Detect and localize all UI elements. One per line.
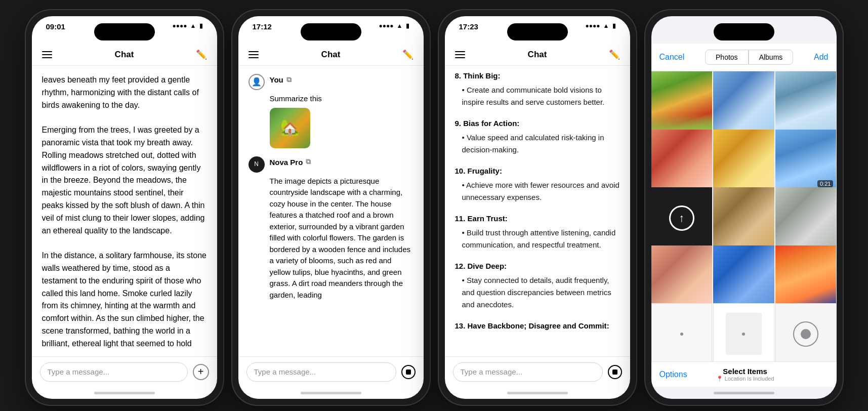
photo-cell-12[interactable] (775, 245, 837, 307)
user-image-attachment[interactable]: 🏡 (270, 108, 310, 148)
photo-cell-10[interactable] (651, 245, 713, 307)
select-items-info: Select Items 📍 Location Is Included (716, 367, 774, 382)
input-field-3[interactable]: Type a message... (453, 362, 603, 382)
photo-grid[interactable]: 0:21 ↑ (651, 71, 837, 361)
doc-item-11: 11. Earn Trust: • Build trust through at… (455, 213, 620, 251)
tab-photos[interactable]: Photos (705, 50, 749, 65)
menu-icon-3[interactable] (455, 51, 465, 58)
stop-icon-3 (612, 369, 617, 375)
dynamic-island-3 (507, 23, 568, 40)
phone-2: 17:12 ●●●● ▲ ▮ Chat ✏️ 👤 (232, 10, 430, 405)
house-emoji: 🏡 (280, 116, 299, 140)
battery-icon: ▮ (199, 22, 203, 29)
nav-title-2: Chat (321, 50, 341, 60)
scroll-content-2[interactable]: 👤 You ⧉ Summarize this 🏡 (249, 74, 414, 348)
home-indicator-4 (651, 387, 837, 399)
doc-item-bullet-9: • Value speed and calculated risk-taking… (455, 132, 620, 156)
status-icons-1: ●●●● ▲ ▮ (173, 22, 203, 29)
menu-icon-2[interactable] (249, 51, 259, 58)
user-message-text: Summarize this (270, 93, 414, 105)
doc-item-8: 8. Think Big: • Create and communicate b… (455, 70, 620, 108)
status-time-2: 17:12 (253, 22, 272, 31)
dynamic-island-1 (94, 23, 155, 40)
add-button-1[interactable]: + (193, 364, 209, 380)
wifi-icon-2: ▲ (397, 22, 403, 29)
copy-icon-ai[interactable]: ⧉ (306, 156, 311, 168)
doc-item-13: 13. Have Backbone; Disagree and Commit: (455, 320, 620, 332)
video-duration-badge: 0:21 (817, 180, 833, 187)
photo-cell-9[interactable] (775, 187, 837, 249)
home-indicator-3 (445, 387, 630, 399)
doc-item-bullet-8: • Create and communicate bold visions to… (455, 84, 620, 108)
photo-cell-11[interactable] (713, 245, 774, 307)
doc-item-bullet-12: • Stay connected to details, audit frequ… (455, 274, 620, 311)
nova-icon: N (254, 159, 259, 169)
doc-item-header-13: 13. Have Backbone; Disagree and Commit: (455, 320, 620, 332)
select-items-title: Select Items (716, 367, 774, 376)
nav-header-1: Chat ✏️ (32, 44, 217, 66)
doc-item-header-11: 11. Earn Trust: (455, 213, 620, 225)
add-button[interactable]: Add (814, 53, 828, 62)
photo-tabs: Photos Albums (705, 50, 793, 65)
edit-icon-2[interactable]: ✏️ (402, 49, 414, 60)
photo-cell-14[interactable] (713, 303, 774, 361)
content-area-2: 👤 You ⧉ Summarize this 🏡 (238, 66, 424, 356)
photo-cell-2[interactable] (713, 71, 774, 133)
input-bar-2: Type a message... (238, 356, 424, 387)
photo-cell-15[interactable] (775, 303, 837, 361)
signal-icon: ●●●● (173, 22, 187, 29)
photo-cell-4[interactable] (651, 130, 713, 191)
signal-icon-2: ●●●● (379, 22, 394, 29)
doc-item-9: 9. Bias for Action: • Value speed and ca… (455, 117, 620, 156)
doc-item-12: 12. Dive Deep: • Stay connected to detai… (455, 260, 620, 311)
photo-cell-13[interactable] (651, 303, 713, 361)
photo-cell-1[interactable] (651, 71, 713, 133)
photo-picker-footer: Options Select Items 📍 Location Is Inclu… (651, 361, 837, 387)
upload-icon: ↑ (669, 206, 694, 231)
stop-button-3[interactable] (608, 365, 622, 379)
menu-icon-1[interactable] (42, 51, 52, 58)
status-time-1: 09:01 (46, 22, 65, 31)
options-button[interactable]: Options (659, 370, 687, 379)
dynamic-island-4 (714, 23, 774, 40)
stop-icon-2 (406, 369, 411, 375)
signal-icon-3: ●●●● (586, 22, 600, 29)
scroll-content-3[interactable]: 8. Think Big: • Create and communicate b… (455, 70, 620, 348)
nova-avatar: N (249, 156, 265, 173)
battery-icon-2: ▮ (406, 22, 409, 29)
input-placeholder-2: Type a message... (254, 367, 316, 376)
edit-icon-1[interactable]: ✏️ (196, 49, 207, 60)
stop-button-2[interactable] (401, 365, 416, 379)
status-icons-2: ●●●● ▲ ▮ (379, 22, 409, 29)
doc-item-header-12: 12. Dive Deep: (455, 260, 620, 272)
copy-icon-user[interactable]: ⧉ (286, 74, 292, 86)
photo-cell-5[interactable] (713, 130, 774, 191)
doc-item-10: 10. Frugality: • Achieve more with fewer… (455, 165, 620, 203)
doc-item-header-9: 9. Bias for Action: (455, 117, 620, 130)
ai-message-text: The image depicts a picturesque countrys… (270, 176, 414, 301)
user-avatar-icon: 👤 (252, 76, 262, 89)
nav-header-3: Chat ✏️ (445, 44, 630, 66)
input-bar-1: Type a message... + (32, 356, 217, 387)
status-time-3: 17:23 (459, 22, 478, 31)
input-field-2[interactable]: Type a message... (246, 362, 396, 382)
photo-cell-3[interactable] (775, 71, 837, 133)
doc-item-header-10: 10. Frugality: (455, 165, 620, 177)
content-area-1: leaves beneath my feet provided a gentle… (32, 66, 217, 356)
input-placeholder-3: Type a message... (461, 367, 523, 376)
scroll-content-1[interactable]: leaves beneath my feet provided a gentle… (42, 74, 207, 348)
edit-icon-3[interactable]: ✏️ (609, 49, 620, 60)
nav-header-2: Chat ✏️ (238, 44, 424, 66)
wifi-icon: ▲ (190, 22, 196, 29)
upload-panel[interactable]: ↑ (651, 187, 713, 249)
wifi-icon-3: ▲ (603, 22, 609, 29)
photo-cell-8[interactable] (713, 187, 774, 249)
input-field-1[interactable]: Type a message... (40, 362, 188, 382)
home-indicator-1 (32, 387, 217, 399)
input-placeholder-1: Type a message... (48, 367, 110, 376)
cancel-button[interactable]: Cancel (659, 53, 685, 62)
photo-cell-6[interactable]: 0:21 (775, 130, 837, 191)
tab-albums[interactable]: Albums (749, 50, 794, 65)
user-name-label: You ⧉ (270, 74, 292, 86)
phone-3: 17:23 ●●●● ▲ ▮ Chat ✏️ 8. Think Big: • C… (439, 10, 636, 405)
